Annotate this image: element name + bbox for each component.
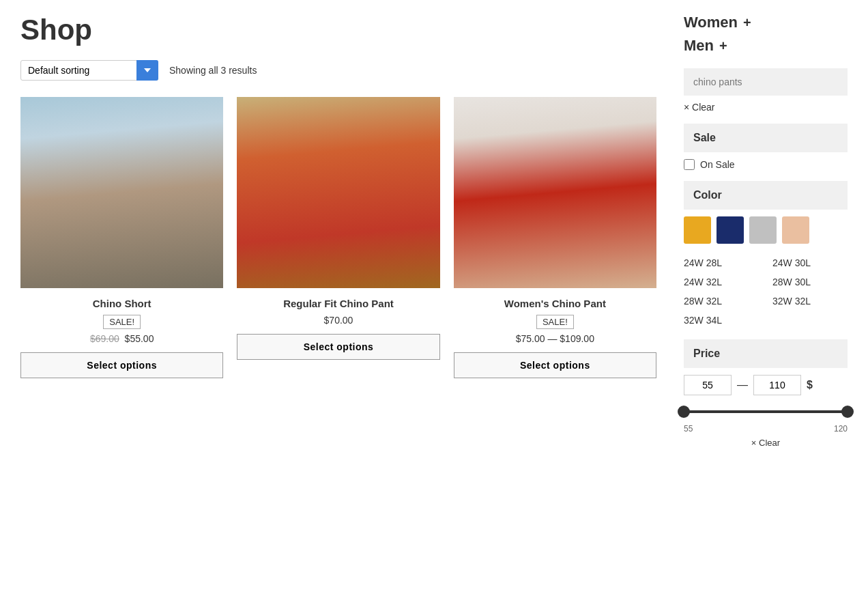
- product-image-2: [237, 97, 439, 288]
- sidebar-nav-women-label: Women: [684, 14, 738, 31]
- sidebar-nav-men[interactable]: Men +: [684, 37, 848, 55]
- sale-badge-3: SALE!: [536, 315, 574, 329]
- sidebar-nav: Women + Men +: [684, 14, 848, 55]
- product-card-3: Women's Chino Pant SALE! $75.00 — $109.0…: [454, 97, 656, 378]
- price-sale-1: $55.00: [125, 333, 154, 344]
- price-range-slider[interactable]: [684, 405, 848, 419]
- sort-select[interactable]: Default sorting Sort by popularity Sort …: [20, 60, 158, 81]
- price-inputs: — $: [684, 375, 848, 395]
- plus-icon-men: +: [719, 38, 727, 54]
- product-name-1: Chino Short: [93, 298, 151, 309]
- color-swatch-yellow[interactable]: [684, 216, 711, 244]
- page-wrapper: Shop Default sorting Sort by popularity …: [0, 0, 868, 462]
- range-track: [684, 410, 848, 413]
- price-regular-2: $70.00: [324, 315, 353, 326]
- size-32w-32l[interactable]: 32W 32L: [772, 293, 848, 309]
- on-sale-row: On Sale: [684, 159, 848, 170]
- price-range-3: $75.00 — $109.00: [516, 333, 594, 344]
- range-labels: 55 120: [684, 424, 848, 434]
- price-original-1: $69.00: [90, 333, 119, 344]
- sale-badge-1: SALE!: [103, 315, 141, 329]
- product-image-3: [454, 97, 656, 288]
- sidebar-nav-men-label: Men: [684, 37, 714, 55]
- price-clear-link[interactable]: × Clear: [684, 438, 848, 448]
- clear-filter-link[interactable]: × Clear: [684, 102, 715, 113]
- color-swatch-navy[interactable]: [717, 216, 744, 244]
- sidebar-search-input[interactable]: [684, 68, 848, 96]
- size-24w-32l[interactable]: 24W 32L: [684, 274, 759, 290]
- select-options-button-3[interactable]: Select options: [454, 352, 656, 378]
- product-card-1: Chino Short SALE! $69.00 $55.00 Select o…: [20, 97, 223, 378]
- products-grid: Chino Short SALE! $69.00 $55.00 Select o…: [20, 97, 656, 378]
- size-28w-30l[interactable]: 28W 30L: [772, 274, 848, 290]
- toolbar: Default sorting Sort by popularity Sort …: [20, 60, 656, 81]
- range-thumb-max[interactable]: [841, 406, 854, 418]
- on-sale-label: On Sale: [700, 159, 735, 170]
- select-options-button-2[interactable]: Select options: [237, 334, 439, 360]
- color-swatch-gray[interactable]: [749, 216, 777, 244]
- product-name-3: Women's Chino Pant: [504, 298, 606, 309]
- size-28w-32l[interactable]: 28W 32L: [684, 293, 759, 309]
- sort-select-wrapper[interactable]: Default sorting Sort by popularity Sort …: [20, 60, 158, 81]
- page-title: Shop: [20, 14, 656, 46]
- price-min-input[interactable]: [684, 375, 732, 395]
- product-image-1: [20, 97, 223, 288]
- size-32w-34l[interactable]: 32W 34L: [684, 312, 759, 328]
- main-content: Shop Default sorting Sort by popularity …: [20, 14, 656, 448]
- sale-section-heading: Sale: [684, 124, 848, 152]
- on-sale-checkbox[interactable]: [684, 159, 695, 170]
- sidebar: Women + Men + × Clear Sale On Sale Color: [684, 14, 848, 448]
- product-price-2: $70.00: [324, 315, 353, 326]
- select-options-button-1[interactable]: Select options: [20, 352, 223, 378]
- range-thumb-min[interactable]: [678, 406, 690, 418]
- product-price-1: $69.00 $55.00: [90, 333, 154, 344]
- price-currency: $: [807, 379, 813, 391]
- range-min-label: 55: [684, 424, 693, 434]
- product-price-3: $75.00 — $109.00: [516, 333, 594, 344]
- price-dash: —: [737, 379, 748, 391]
- sidebar-nav-women[interactable]: Women +: [684, 14, 848, 31]
- price-max-input[interactable]: [753, 375, 801, 395]
- price-section-heading: Price: [684, 339, 848, 368]
- size-24w-28l[interactable]: 24W 28L: [684, 255, 759, 271]
- product-card-2: Regular Fit Chino Pant $70.00 Select opt…: [237, 97, 439, 378]
- results-count: Showing all 3 results: [169, 65, 257, 76]
- size-options: 24W 28L 24W 30L 24W 32L 28W 30L 28W 32L …: [684, 255, 848, 328]
- color-swatches: [684, 216, 848, 244]
- range-max-label: 120: [834, 424, 848, 434]
- color-section-heading: Color: [684, 181, 848, 210]
- product-name-2: Regular Fit Chino Pant: [283, 298, 394, 309]
- size-24w-30l[interactable]: 24W 30L: [772, 255, 848, 271]
- plus-icon-women: +: [743, 15, 751, 31]
- color-swatch-peach[interactable]: [782, 216, 809, 244]
